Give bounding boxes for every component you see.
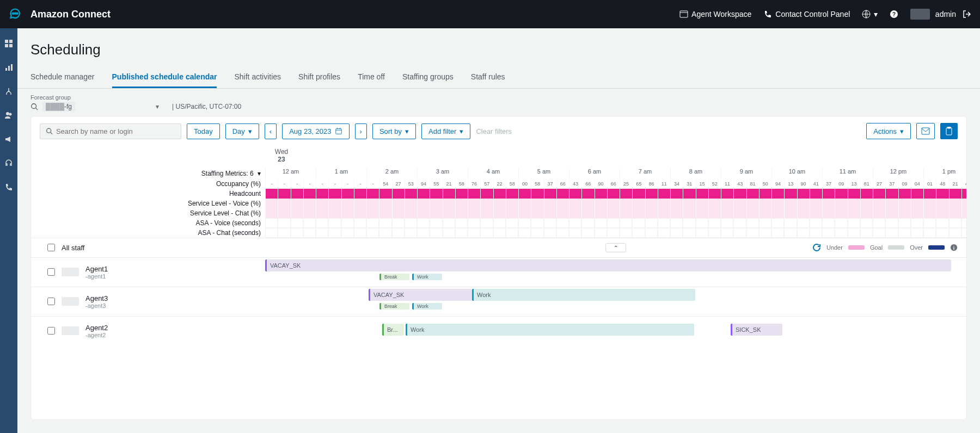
metric-cell — [936, 228, 948, 238]
hour-cell: 10 am — [771, 168, 822, 179]
schedule-bar-vacay[interactable]: VACAY_SK — [265, 259, 951, 271]
agent-workspace-link[interactable]: Agent Workspace — [679, 10, 751, 18]
metric-cell — [265, 228, 278, 238]
schedule-bar-break[interactable]: Break — [379, 303, 409, 310]
top-header: Amazon Connect Agent Workspace Contact C… — [0, 0, 980, 28]
metric-cell — [632, 208, 645, 218]
all-staff-checkbox[interactable] — [47, 244, 55, 251]
announce-icon[interactable] — [4, 135, 13, 144]
tab-staff-rules[interactable]: Staff rules — [471, 67, 505, 88]
clipboard-button[interactable] — [940, 123, 958, 139]
logout-icon[interactable] — [963, 10, 971, 18]
agent-checkbox[interactable] — [47, 268, 55, 276]
search-input[interactable] — [40, 123, 181, 139]
today-button[interactable]: Today — [187, 123, 220, 139]
metric-cell — [455, 208, 468, 218]
metric-cell — [518, 189, 531, 199]
date-picker[interactable]: Aug 23, 2023 — [282, 123, 349, 139]
schedule-bar-break[interactable]: Br... — [382, 324, 404, 336]
svg-point-17 — [32, 104, 36, 109]
add-filter-button[interactable]: Add filter ▾ — [421, 123, 470, 139]
tab-schedule-manager[interactable]: Schedule manager — [30, 67, 95, 88]
collapse-handle[interactable]: ⌃ — [605, 243, 626, 252]
ccp-link[interactable]: Contact Control Panel — [763, 10, 850, 18]
metric-cell — [303, 208, 316, 218]
chevron-down-icon[interactable]: ▾ — [156, 103, 159, 110]
routing-icon[interactable] — [4, 87, 13, 96]
metric-label: Occupancy (%) — [31, 179, 265, 189]
schedule-bar-vacay[interactable]: VACAY_SK — [369, 289, 472, 301]
schedule-bar-work[interactable]: Work — [412, 303, 442, 310]
metric-cell — [265, 208, 278, 218]
language-selector[interactable]: ▾ — [862, 10, 878, 18]
refresh-icon[interactable] — [812, 243, 821, 252]
schedule-bar-work[interactable]: Work — [472, 289, 695, 301]
metric-cell — [746, 189, 759, 199]
metric-cell — [328, 218, 341, 228]
tab-shift-profiles[interactable]: Shift profiles — [298, 67, 340, 88]
metric-cell — [278, 228, 290, 238]
metric-cell — [784, 208, 797, 218]
metric-cell — [645, 199, 658, 208]
metric-cell: 66 — [581, 179, 594, 189]
tab-shift-activities[interactable]: Shift activities — [234, 67, 281, 88]
next-button[interactable]: › — [355, 123, 367, 139]
actions-button[interactable]: Actions ▾ — [866, 123, 911, 139]
view-select[interactable]: Day ▾ — [225, 123, 259, 139]
metric-cell — [569, 189, 581, 199]
metric-cell: 54 — [379, 179, 391, 189]
metric-cell — [961, 218, 966, 228]
phone-nav-icon[interactable] — [4, 183, 13, 191]
metric-cell — [632, 228, 645, 238]
tab-time-off[interactable]: Time off — [358, 67, 385, 88]
schedule-bar-work[interactable]: Work — [412, 274, 442, 280]
help-link[interactable]: ? — [890, 10, 898, 18]
schedule-bar-break[interactable]: Break — [379, 274, 409, 280]
forecast-group-value[interactable]: ████-fg — [42, 102, 75, 112]
metric-cell — [860, 218, 873, 228]
metric-cell — [379, 208, 391, 218]
staffing-metrics-toggle[interactable]: Staffing Metrics: 6 ▾ — [31, 168, 265, 179]
tab-staffing-groups[interactable]: Staffing groups — [402, 67, 454, 88]
search-field[interactable] — [56, 127, 175, 135]
agent-login: -agent1 — [85, 273, 108, 280]
user-menu[interactable]: admin — [910, 9, 971, 20]
metric-cell — [721, 208, 733, 218]
metric-cell — [303, 228, 316, 238]
metric-cell — [898, 199, 911, 208]
metric-cell — [961, 199, 966, 208]
metric-cell — [835, 218, 847, 228]
metric-cell — [607, 208, 620, 218]
metric-cell — [911, 189, 923, 199]
metric-cell — [936, 199, 948, 208]
agent-checkbox[interactable] — [47, 327, 55, 335]
dashboard-icon[interactable] — [4, 39, 13, 48]
metric-cell — [923, 218, 936, 228]
agent-name-block: Agent3 -agent3 — [85, 294, 108, 309]
info-icon[interactable]: i — [950, 244, 958, 251]
mail-button[interactable] — [916, 123, 935, 139]
metric-cell — [721, 218, 733, 228]
metric-label: Service Level - Chat (%) — [31, 208, 265, 218]
metric-cell — [417, 208, 430, 218]
schedule-bar-work[interactable]: Work — [406, 324, 694, 336]
svg-point-0 — [13, 13, 14, 14]
headset-icon[interactable] — [4, 159, 13, 168]
page-title: Scheduling — [17, 28, 980, 67]
analytics-icon[interactable] — [4, 63, 13, 72]
tab-published-schedule-calendar[interactable]: Published schedule calendar — [112, 67, 217, 88]
metric-cell — [607, 189, 620, 199]
metric-cell — [645, 189, 658, 199]
sort-select[interactable]: Sort by ▾ — [372, 123, 416, 139]
chevron-down-icon: ▾ — [405, 127, 409, 135]
schedule-bar-sick[interactable]: SICK_SK — [731, 324, 782, 336]
hour-header: 12 am1 am2 am3 am4 am5 am6 am7 am8 am9 a… — [265, 168, 966, 179]
prev-button[interactable]: ‹ — [265, 123, 277, 139]
agent-checkbox[interactable] — [47, 298, 55, 305]
metric-cell — [480, 228, 493, 238]
users-icon[interactable] — [4, 111, 13, 120]
metric-cell — [898, 228, 911, 238]
product-name: Amazon Connect — [30, 9, 111, 20]
agent-name-block: Agent2 -agent2 — [85, 324, 108, 338]
clear-filters-button[interactable]: Clear filters — [476, 127, 512, 135]
